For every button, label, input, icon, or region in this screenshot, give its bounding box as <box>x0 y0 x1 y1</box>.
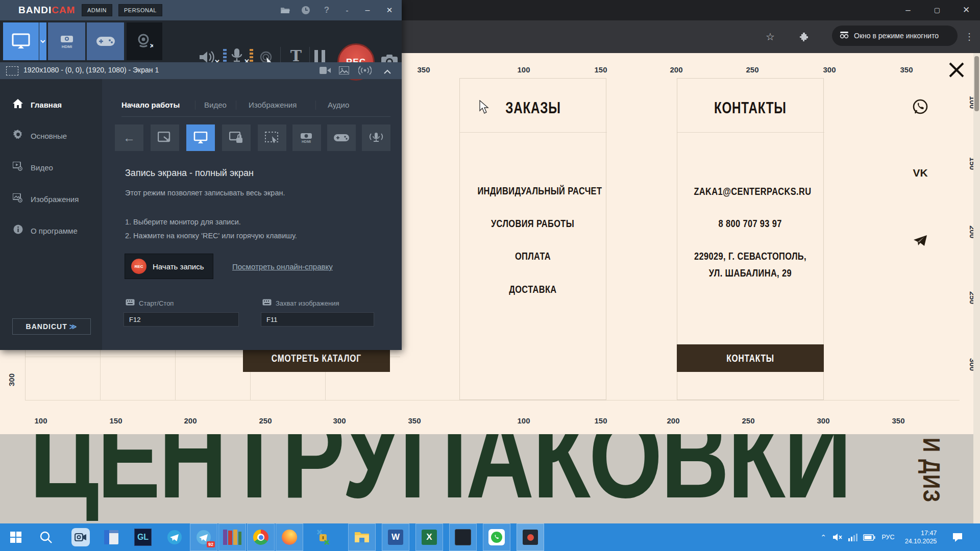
start-recording-button[interactable]: REC Начать запись <box>125 254 213 279</box>
orders-title: ЗАКАЗЫ <box>505 99 560 117</box>
tray-chevron-icon[interactable]: ⌃ <box>816 523 831 551</box>
contact-email: ZAKA1@CENTERPACKS.RU <box>694 185 811 197</box>
page-scrollbar[interactable] <box>973 53 980 523</box>
timer-icon[interactable] <box>299 3 313 17</box>
search-icon[interactable] <box>35 523 57 551</box>
bandicut-banner[interactable]: BANDICUT ≫ <box>12 318 91 335</box>
hdmi-mode-button[interactable]: HDMI <box>292 124 321 151</box>
contacts-button[interactable]: КОНТАКТЫ <box>677 344 824 372</box>
tab-separator <box>195 101 195 110</box>
image-file-icon[interactable] <box>339 66 349 76</box>
language-indicator[interactable]: РУС <box>879 523 897 551</box>
sidebar-item-images[interactable]: Изображения <box>0 190 102 208</box>
minimize-icon[interactable]: – <box>360 3 375 17</box>
minimize-tray-icon[interactable]: - <box>340 3 354 17</box>
scrollbar-thumb[interactable] <box>974 56 979 111</box>
battery-icon[interactable] <box>861 523 878 551</box>
tab-audio[interactable]: Аудио <box>328 101 349 109</box>
hotkey-start-stop-input[interactable]: F12 <box>124 312 239 327</box>
back-mode-button[interactable]: ← <box>115 124 143 151</box>
volume-muted-icon[interactable] <box>830 523 845 551</box>
telegram-running-icon[interactable]: 92 <box>190 523 217 551</box>
sidebar-item-about[interactable]: О программе <box>0 222 102 239</box>
sidebar-item-general[interactable]: Основные <box>0 127 102 144</box>
window-lock-mode-button[interactable] <box>222 124 251 151</box>
orders-link-row[interactable]: УСЛОВИЯ РАБОТЫ <box>460 217 606 230</box>
ruler-label: 350 <box>892 416 904 425</box>
excel-icon[interactable]: X <box>415 523 443 551</box>
select-region-mode-button[interactable] <box>258 124 286 151</box>
notification-center-icon[interactable] <box>947 523 968 551</box>
ruler-label: 100 <box>517 416 530 425</box>
word-icon[interactable]: W <box>382 523 409 551</box>
collapse-chevron-icon[interactable] <box>384 67 391 76</box>
svg-text:✕: ✕ <box>150 42 153 49</box>
online-help-link[interactable]: Посмотреть онлайн-справку <box>232 262 333 271</box>
sidebar-item-video[interactable]: Видео <box>0 159 102 176</box>
tray-time: 17:47 <box>905 529 937 537</box>
ruler-label: 100 <box>517 65 530 74</box>
screen-recording-mode-button[interactable] <box>3 22 39 60</box>
telegram-icon[interactable] <box>912 232 929 249</box>
bookmark-star-icon[interactable]: ☆ <box>766 27 775 47</box>
game-mode-button[interactable] <box>327 124 356 151</box>
reader-app-icon[interactable] <box>100 523 122 551</box>
close-icon[interactable]: ✕ <box>382 3 397 17</box>
orders-link-row[interactable]: ОПЛАТА <box>460 250 606 262</box>
tab-video[interactable]: Видео <box>204 101 227 109</box>
vk-icon[interactable]: VK <box>912 164 929 182</box>
device-recording-mode-button[interactable]: HDMI <box>48 22 85 60</box>
camera-app-icon[interactable] <box>69 523 92 551</box>
grid-line <box>25 350 26 400</box>
mode-dropdown-chevron[interactable] <box>39 22 46 60</box>
telegram-pinned-icon[interactable] <box>164 523 185 551</box>
grid-line <box>175 350 176 400</box>
help-icon[interactable]: ? <box>320 3 334 17</box>
logo-part-2: CAM <box>52 5 75 15</box>
popup-close-icon[interactable] <box>947 60 966 82</box>
clock[interactable]: 17:47 24.10.2025 <box>899 523 942 551</box>
broadcast-icon[interactable] <box>358 66 372 77</box>
browser-close-button[interactable]: ✕ <box>954 0 978 20</box>
contact-email-row[interactable]: ZAKA1@CENTERPACKS.RU <box>677 185 823 197</box>
orders-link-row[interactable]: ДОСТАВКА <box>460 283 606 295</box>
ruler-label: 150 <box>594 65 607 74</box>
bandicam-taskbar-icon[interactable] <box>517 523 544 551</box>
console-app-icon[interactable] <box>449 523 477 551</box>
whatsapp-icon[interactable] <box>912 98 929 115</box>
browser-menu-icon[interactable]: ⋮ <box>965 27 974 47</box>
gl-app-icon[interactable]: GL <box>132 523 154 551</box>
open-folder-icon[interactable] <box>278 3 292 17</box>
browser-minimize-button[interactable]: – <box>896 0 920 20</box>
tab-getting-started[interactable]: Начало работы <box>121 101 180 109</box>
game-recording-mode-button[interactable] <box>87 22 124 60</box>
region-mode-button[interactable] <box>151 124 179 151</box>
file-explorer-icon[interactable] <box>348 523 376 551</box>
start-button[interactable] <box>6 523 26 551</box>
fullscreen-mode-button[interactable] <box>186 124 215 151</box>
sidebar-item-home[interactable]: Главная <box>0 96 102 113</box>
whatsapp-icon-taskbar[interactable] <box>483 523 510 551</box>
word-label: W <box>388 530 403 545</box>
tab-images[interactable]: Изображения <box>249 101 297 109</box>
key-app-icon[interactable] <box>309 523 337 551</box>
audio-mode-button[interactable] <box>362 124 390 151</box>
grid-line <box>25 400 960 400</box>
hotkey-screenshot-input[interactable]: F11 <box>261 312 374 327</box>
winrar-icon[interactable] <box>218 523 246 551</box>
network-icon[interactable] <box>845 523 861 551</box>
grid-line <box>100 350 101 400</box>
excel-label: X <box>422 530 437 545</box>
browser-maximize-button[interactable]: ▢ <box>925 0 949 20</box>
orders-link-row[interactable]: ИНДИВИДУАЛЬНЫЙ РАСЧЕТ <box>460 185 606 197</box>
firefox-icon[interactable] <box>276 523 303 551</box>
bandicut-label: BANDICUT <box>26 322 67 331</box>
video-file-icon[interactable] <box>320 66 331 76</box>
capture-info-bar: 980x551 - (0, 0), (1920, 1080) - Экран… <box>0 62 402 79</box>
chrome-icon[interactable] <box>247 523 275 551</box>
keyboard-icon <box>126 299 135 307</box>
extensions-icon[interactable] <box>799 32 809 44</box>
pause-icon[interactable] <box>314 50 325 63</box>
webcam-button[interactable]: ✕ <box>127 22 162 60</box>
contact-phone-row[interactable]: 8 800 707 93 97 <box>677 217 823 230</box>
